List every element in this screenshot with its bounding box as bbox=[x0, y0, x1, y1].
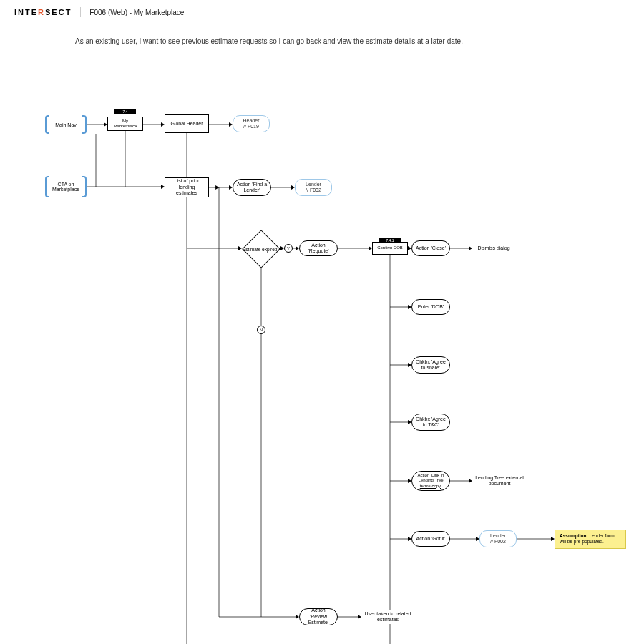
no-badge: N bbox=[257, 326, 265, 334]
action-review-estimate: Action 'Review Estimate' bbox=[299, 608, 338, 625]
svg-marker-57 bbox=[215, 185, 219, 190]
lender-ref-2: Lender // F002 bbox=[479, 530, 517, 547]
global-header: Global Header bbox=[165, 114, 209, 133]
estimate-expired-decision: Estimate expired? bbox=[242, 230, 280, 268]
user-related-estimates: User taken to related estimates bbox=[361, 610, 414, 624]
action-close: Action 'Close' bbox=[411, 240, 450, 256]
lender-ref-1: Lender // F002 bbox=[295, 179, 332, 196]
chkbx-agree-share: Chkbx 'Agree to share' bbox=[411, 356, 450, 374]
main-nav-source: Main Nav bbox=[55, 122, 77, 127]
assumption-note: Assumption: Lender form will be pre-popu… bbox=[555, 530, 626, 549]
list-prior-estimates: List of prior lending estimates bbox=[165, 177, 209, 197]
enter-dob: Enter 'DOB' bbox=[411, 299, 450, 315]
cta-source: CTA on Marketplace bbox=[45, 182, 87, 192]
dismiss-dialog: Dismiss dialog bbox=[472, 243, 515, 254]
flow-svg bbox=[0, 0, 644, 644]
lending-tree-external: Lending Tree external document bbox=[472, 472, 527, 489]
header-ref: Header // F019 bbox=[233, 115, 270, 132]
my-marketplace: My Marketplace bbox=[107, 117, 143, 131]
action-find-lender: Action 'Find a Lender' bbox=[233, 179, 271, 196]
action-got-it: Action 'Got it' bbox=[411, 531, 450, 547]
confirm-dob: Confirm DOB bbox=[372, 242, 408, 255]
chkbx-agree-tc: Chkbx 'Agree to T&C' bbox=[411, 414, 450, 431]
yes-badge: Y bbox=[284, 244, 293, 253]
tag-7-4: 7.4 bbox=[114, 109, 136, 114]
action-link-terms: Action 'Link in Lending Tree terms copy' bbox=[411, 471, 450, 491]
action-requote: Action 'Requote' bbox=[299, 240, 338, 256]
